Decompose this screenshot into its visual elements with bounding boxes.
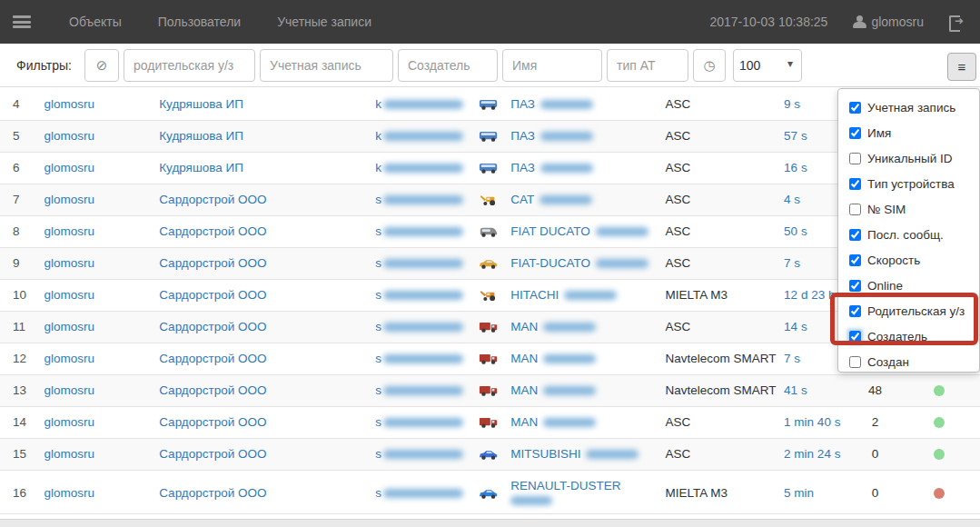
last-message-link[interactable]: 14 s bbox=[784, 320, 807, 333]
vehicle-link[interactable]: ПАЗ bbox=[510, 129, 535, 143]
account-link[interactable]: Сардорстрой ООО bbox=[159, 256, 266, 270]
column-checkbox[interactable] bbox=[849, 127, 861, 139]
last-message-link[interactable]: 57 s bbox=[784, 129, 807, 143]
parent-account-link[interactable]: glomosru bbox=[45, 161, 95, 174]
account-link[interactable]: Кудряшова ИП bbox=[159, 129, 243, 143]
vehicle-link[interactable]: MITSUBISHI bbox=[510, 447, 580, 461]
parent-account-link[interactable]: glomosru bbox=[45, 288, 95, 302]
parent-account-link[interactable]: glomosru bbox=[45, 129, 95, 143]
vehicle-link[interactable]: HITACHI bbox=[510, 288, 559, 302]
page-size-select[interactable]: 100 bbox=[733, 49, 802, 82]
parent-account-link[interactable]: glomosru bbox=[45, 352, 95, 365]
name-filter-input[interactable] bbox=[502, 49, 602, 82]
last-message-link[interactable]: 5 min bbox=[784, 486, 814, 500]
account-link[interactable]: Сардорстрой ООО bbox=[159, 193, 266, 206]
clear-filters-button[interactable]: ⊘ bbox=[84, 49, 119, 82]
creator-link[interactable]: s bbox=[375, 486, 381, 500]
vehicle-link[interactable]: ПАЗ bbox=[510, 97, 535, 111]
creator-link[interactable]: s bbox=[375, 256, 381, 270]
parent-account-link[interactable]: glomosru bbox=[45, 383, 95, 397]
vehicle-link[interactable]: ПАЗ bbox=[510, 161, 535, 174]
account-link[interactable]: Сардорстрой ООО bbox=[159, 224, 266, 238]
account-link[interactable]: Кудряшова ИП bbox=[159, 97, 243, 111]
vehicle-link[interactable]: MAN bbox=[510, 352, 538, 365]
column-checkbox[interactable] bbox=[849, 305, 861, 317]
column-toggle-1[interactable]: Имя bbox=[838, 120, 979, 145]
column-toggle-9[interactable]: Создатель bbox=[838, 323, 979, 349]
parent-account-link[interactable]: glomosru bbox=[45, 447, 95, 461]
vehicle-link[interactable]: RENAULT-DUSTER bbox=[510, 479, 620, 492]
menu-burger-icon[interactable] bbox=[13, 15, 31, 28]
last-message-link[interactable]: 2 min 24 s bbox=[784, 447, 840, 461]
account-link[interactable]: Сардорстрой ООО bbox=[159, 447, 266, 461]
account-link[interactable]: Сардорстрой ООО bbox=[159, 352, 266, 365]
creator-link[interactable]: s bbox=[375, 320, 381, 333]
columns-menu-button[interactable]: ≡ bbox=[947, 53, 976, 81]
column-toggle-7[interactable]: Online bbox=[838, 273, 979, 298]
creator-link[interactable]: s bbox=[375, 447, 381, 461]
account-link[interactable]: Сардорстрой ООО bbox=[159, 415, 266, 429]
last-message-link[interactable]: 7 s bbox=[784, 352, 800, 365]
last-message-link[interactable]: 4 s bbox=[784, 193, 800, 206]
logout-icon[interactable] bbox=[949, 15, 965, 29]
column-checkbox[interactable] bbox=[849, 331, 861, 343]
parent-account-link[interactable]: glomosru bbox=[45, 97, 95, 111]
vehicle-link[interactable]: MAN bbox=[510, 320, 538, 333]
nav-item-2[interactable]: Учетные записи bbox=[277, 15, 371, 29]
vehicle-link[interactable]: CAT bbox=[510, 193, 534, 206]
column-checkbox[interactable] bbox=[849, 102, 861, 114]
vehicle-link[interactable]: FIAT DUCATO bbox=[510, 224, 590, 238]
last-message-link[interactable]: 7 s bbox=[784, 256, 800, 270]
nav-item-1[interactable]: Пользователи bbox=[158, 15, 241, 29]
parent-account-link[interactable]: glomosru bbox=[45, 224, 95, 238]
column-checkbox[interactable] bbox=[849, 280, 861, 292]
account-link[interactable]: Кудряшова ИП bbox=[159, 161, 243, 174]
last-message-link[interactable]: 16 s bbox=[784, 161, 807, 174]
parent-account-link[interactable]: glomosru bbox=[45, 193, 95, 206]
creator-link[interactable]: s bbox=[375, 224, 381, 238]
column-toggle-6[interactable]: Скорость bbox=[838, 247, 979, 273]
parent-account-link[interactable]: glomosru bbox=[45, 256, 95, 270]
column-checkbox[interactable] bbox=[849, 204, 861, 215]
account-filter-input[interactable] bbox=[260, 49, 393, 82]
column-checkbox[interactable] bbox=[849, 178, 861, 190]
column-toggle-3[interactable]: Тип устройства bbox=[838, 171, 979, 196]
column-toggle-8[interactable]: Родительская у/з bbox=[838, 298, 979, 323]
user-menu[interactable]: glomosru bbox=[853, 15, 924, 29]
time-filter-button[interactable]: ◷ bbox=[693, 49, 726, 82]
account-link[interactable]: Сардорстрой ООО bbox=[159, 383, 266, 397]
column-checkbox[interactable] bbox=[849, 356, 861, 368]
account-link[interactable]: Сардорстрой ООО bbox=[159, 288, 266, 302]
column-checkbox[interactable] bbox=[849, 153, 861, 164]
parent-account-link[interactable]: glomosru bbox=[45, 415, 95, 429]
creator-link[interactable]: s bbox=[375, 383, 381, 397]
vehicle-link[interactable]: FIAT-DUCATO bbox=[510, 256, 590, 270]
column-toggle-0[interactable]: Учетная запись bbox=[838, 94, 979, 120]
parent-account-link[interactable]: glomosru bbox=[45, 486, 95, 500]
creator-link[interactable]: s bbox=[375, 415, 381, 429]
creator-link[interactable]: k bbox=[375, 97, 381, 111]
creator-link[interactable]: s bbox=[375, 193, 381, 206]
creator-link[interactable]: s bbox=[375, 352, 381, 365]
nav-item-0[interactable]: Объекты bbox=[69, 15, 122, 29]
column-toggle-5[interactable]: Посл. сообщ. bbox=[838, 222, 979, 247]
column-toggle-4[interactable]: № SIM bbox=[838, 196, 979, 222]
last-message-link[interactable]: 9 s bbox=[784, 97, 800, 111]
parent-account-filter-input[interactable] bbox=[124, 49, 255, 82]
column-checkbox[interactable] bbox=[849, 254, 861, 266]
last-message-link[interactable]: 12 d 23 h bbox=[784, 288, 835, 302]
last-message-link[interactable]: 50 s bbox=[784, 224, 807, 238]
creator-link[interactable]: s bbox=[375, 288, 381, 302]
column-checkbox[interactable] bbox=[849, 229, 861, 241]
vehicle-link[interactable]: MAN bbox=[510, 383, 538, 397]
creator-filter-input[interactable] bbox=[398, 49, 498, 82]
device-type-filter-input[interactable] bbox=[607, 49, 688, 82]
parent-account-link[interactable]: glomosru bbox=[45, 320, 95, 333]
column-toggle-2[interactable]: Уникальный ID bbox=[838, 145, 979, 171]
creator-link[interactable]: k bbox=[375, 161, 381, 174]
column-toggle-10[interactable]: Создан bbox=[838, 349, 979, 374]
last-message-link[interactable]: 1 min 40 s bbox=[784, 415, 840, 429]
creator-link[interactable]: k bbox=[375, 129, 381, 143]
account-link[interactable]: Сардорстрой ООО bbox=[159, 486, 266, 500]
account-link[interactable]: Сардорстрой ООО bbox=[159, 320, 266, 333]
